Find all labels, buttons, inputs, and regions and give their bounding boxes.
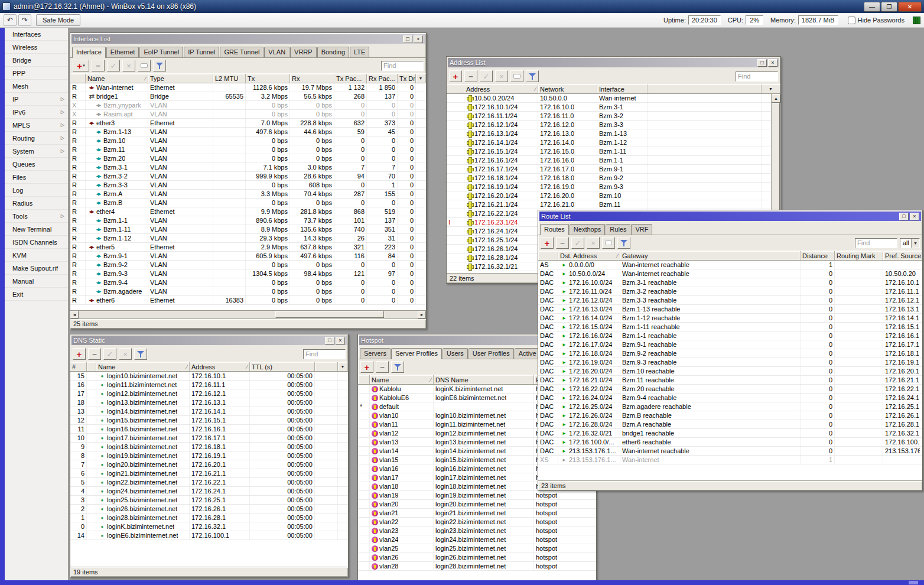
sidebar-item-mesh[interactable]: Mesh: [5, 80, 68, 93]
scroll-track[interactable]: [79, 311, 418, 318]
table-row[interactable]: 172.16.10.1/24172.16.10.0Bzm.3-1: [447, 103, 771, 112]
table-row[interactable]: 5●login22.biziminternet.net172.16.22.100…: [70, 478, 348, 487]
column-header-dist[interactable]: Distance: [801, 251, 835, 260]
tab-servers[interactable]: Servers: [360, 348, 391, 359]
column-header-type[interactable]: Type: [148, 74, 213, 83]
table-row[interactable]: 11●login16.biziminternet.net172.16.16.10…: [70, 425, 348, 434]
tab-interface[interactable]: Interface: [72, 47, 106, 58]
remove-button[interactable]: −: [464, 70, 477, 82]
find-input[interactable]: [381, 61, 424, 71]
sidebar-item-wireless[interactable]: Wireless: [5, 41, 68, 54]
table-row[interactable]: 15●login10.biziminternet.net172.16.10.10…: [70, 372, 348, 381]
column-header-net[interactable]: Network: [538, 84, 597, 93]
column-header-sp[interactable]: [87, 362, 96, 371]
table-row[interactable]: DAC►172.16.15.0/24Bzm.1-11 reachable0172…: [538, 323, 922, 332]
table-row[interactable]: DAC►172.16.26.0/24Bzm.B reachable0172.16…: [538, 411, 922, 420]
add-button[interactable]: +: [449, 70, 462, 82]
table-row[interactable]: DAC►172.16.24.0/24Bzm.9-4 reachable0172.…: [538, 394, 922, 402]
sidebar-item-system[interactable]: System▷: [5, 145, 68, 158]
tab-vrf[interactable]: VRF: [631, 224, 652, 235]
restore-icon[interactable]: □: [899, 213, 909, 220]
maximize-button[interactable]: ❐: [881, 2, 897, 12]
table-row[interactable]: R◂▸Bzm.9-4VLAN0 bps0 bps000: [70, 278, 426, 287]
table-row[interactable]: DAC►172.16.16.0/24Bzm.1-1 reachable0172.…: [538, 332, 922, 340]
table-row[interactable]: XS►213.153.176.1...Wan-internet1: [538, 456, 922, 464]
add-button[interactable]: +▾: [73, 60, 89, 72]
table-row[interactable]: DAC►172.16.22.0/24Bzm.20 reachable0172.1…: [538, 385, 922, 394]
scroll-thumb[interactable]: [275, 311, 384, 318]
sidebar-item-manual[interactable]: Manual: [5, 275, 68, 288]
find-input[interactable]: [303, 349, 346, 359]
table-row[interactable]: 4●login24.biziminternet.net172.16.24.100…: [70, 487, 348, 496]
table-row[interactable]: 172.16.16.1/24172.16.16.0Bzm.1-1: [447, 156, 771, 165]
table-row[interactable]: R◂▸Bzm.3-2VLAN999.9 kbps28.6 kbps94700: [70, 172, 426, 181]
tab-vlan[interactable]: VLAN: [264, 47, 289, 57]
table-row[interactable]: vlan28login28.biziminternet.nethotspot: [358, 562, 596, 571]
sidebar-item-new-terminal[interactable]: New Terminal: [5, 223, 68, 236]
sidebar-item-kvm[interactable]: KVM: [5, 249, 68, 262]
table-row[interactable]: X◂▸Bzm.ynyparkVLAN0 bps0 bps000: [70, 101, 426, 110]
column-header-txd[interactable]: Tx Drop: [398, 74, 416, 83]
filter-button[interactable]: [134, 348, 147, 360]
table-row[interactable]: 6●login21.biziminternet.net172.16.21.100…: [70, 469, 348, 478]
sidebar-item-exit[interactable]: Exit: [5, 288, 68, 301]
route-list-titlebar[interactable]: Route List □ ×: [539, 212, 921, 221]
enable-button[interactable]: ✓: [107, 60, 120, 72]
table-row[interactable]: R◂▸Bzm.3-3VLAN0 bps608 bps010: [70, 181, 426, 190]
column-header-txp[interactable]: Tx Pac...: [334, 74, 367, 83]
column-header-num[interactable]: #: [70, 362, 87, 371]
column-header-flag[interactable]: [358, 375, 370, 384]
table-row[interactable]: R◂▸Bzm.20VLAN0 bps0 bps000: [70, 154, 426, 163]
add-button[interactable]: +: [73, 348, 86, 360]
comment-button[interactable]: [510, 70, 523, 82]
os-taskbar[interactable]: [0, 580, 924, 585]
add-button[interactable]: +: [360, 361, 373, 373]
table-row[interactable]: DAC►172.16.12.0/24Bzm.3-3 reachable0172.…: [538, 296, 922, 305]
table-row[interactable]: 172.16.17.1/24172.16.17.0Bzm.9-1: [447, 165, 771, 174]
column-header-iface[interactable]: Interface: [597, 84, 648, 93]
remove-button[interactable]: −: [92, 60, 105, 72]
scroll-right-icon[interactable]: ►: [418, 311, 426, 318]
disable-button[interactable]: ×: [495, 70, 508, 82]
column-header-flag[interactable]: [447, 84, 464, 93]
sidebar-item-queues[interactable]: Queues: [5, 158, 68, 171]
table-row[interactable]: vlan21login21.biziminternet.nethotspot: [358, 509, 596, 518]
table-row[interactable]: 10●login17.biziminternet.net172.16.17.10…: [70, 434, 348, 443]
table-row[interactable]: vlan24login24.biziminternet.nethotspot: [358, 535, 596, 544]
table-row[interactable]: 3●login25.biziminternet.net172.16.25.100…: [70, 496, 348, 505]
table-row[interactable]: DAC►172.16.32.0/21bridge1 reachable0172.…: [538, 429, 922, 438]
table-row[interactable]: R◂▸Bzm.9-3VLAN1304.5 kbps98.4 kbps121970: [70, 269, 426, 278]
table-row[interactable]: vlan23login23.biziminternet.nethotspot: [358, 526, 596, 535]
sidebar-item-log[interactable]: Log: [5, 184, 68, 197]
table-row[interactable]: DAC►172.16.19.0/24Bzm.9-3 reachable0172.…: [538, 358, 922, 367]
remove-button[interactable]: −: [376, 361, 389, 373]
horizontal-scrollbar[interactable]: ◄ ►: [70, 310, 426, 318]
table-row[interactable]: 172.16.21.1/24172.16.21.0Bzm.11: [447, 200, 771, 209]
table-row[interactable]: DAC►172.16.11.0/24Bzm.3-2 reachable0172.…: [538, 287, 922, 296]
column-select-button[interactable]: ▼: [762, 84, 780, 93]
find-input[interactable]: [855, 238, 897, 248]
remove-button[interactable]: −: [556, 237, 569, 249]
table-row[interactable]: 172.16.19.1/24172.16.19.0Bzm.9-3: [447, 183, 771, 191]
table-row[interactable]: 172.16.14.1/24172.16.14.0Bzm.1-12: [447, 138, 771, 147]
table-row[interactable]: DAC►172.16.25.0/24Bzm.agadere reachable0…: [538, 402, 922, 411]
table-row[interactable]: R◂▸Bzm.AVLAN3.3 Mbps70.4 kbps2871550: [70, 190, 426, 199]
table-row[interactable]: X◂▸Rasim.aptVLAN0 bps0 bps000: [70, 110, 426, 119]
tab-active[interactable]: Active: [515, 348, 541, 359]
table-row[interactable]: 14●loginE6.biziminternet.net172.16.100.1…: [70, 531, 348, 540]
table-row[interactable]: R◂▸Bzm.3-1VLAN7.1 kbps3.0 kbps770: [70, 163, 426, 172]
close-icon[interactable]: ×: [910, 213, 919, 220]
filter-button[interactable]: [617, 237, 630, 249]
tab-ethernet[interactable]: Ethernet: [106, 47, 139, 57]
table-row[interactable]: 172.16.18.1/24172.16.18.0Bzm.9-2: [447, 174, 771, 183]
table-row[interactable]: 8●login19.biziminternet.net172.16.19.100…: [70, 451, 348, 460]
close-icon[interactable]: ×: [768, 59, 777, 67]
undo-button[interactable]: ↶: [4, 14, 17, 26]
safe-mode-button[interactable]: Safe Mode: [36, 14, 80, 26]
sidebar-item-interfaces[interactable]: Interfaces: [5, 28, 68, 41]
sidebar-item-radius[interactable]: Radius: [5, 197, 68, 210]
comment-button[interactable]: [138, 60, 151, 72]
tab-gre-tunnel[interactable]: GRE Tunnel: [220, 47, 263, 57]
table-row[interactable]: R◂▸ether6Ethernet163830 bps0 bps000: [70, 296, 426, 305]
enable-button[interactable]: ✓: [103, 348, 116, 360]
